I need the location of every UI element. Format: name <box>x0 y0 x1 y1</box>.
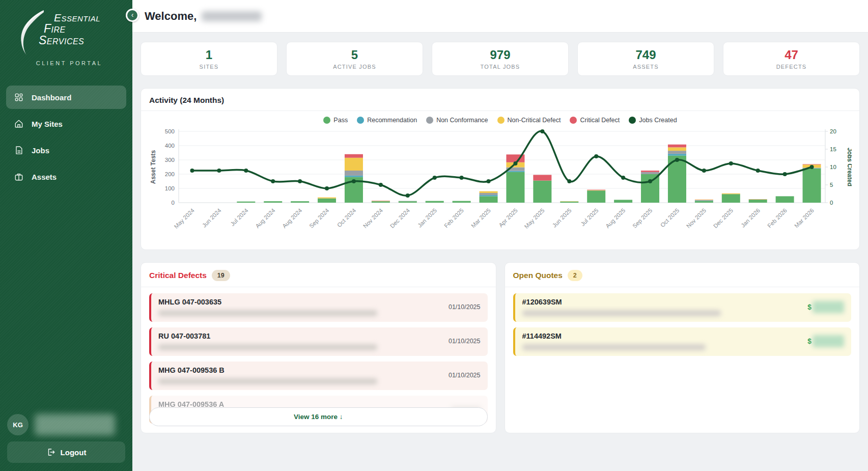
legend-label: Jobs Created <box>639 117 677 124</box>
legend-dot <box>497 117 505 124</box>
defect-subtitle-redacted <box>158 310 377 316</box>
stats-row: 1 SITES 5 ACTIVE JOBS 979 TOTAL JOBS 749… <box>141 42 860 76</box>
svg-text:200: 200 <box>165 171 175 177</box>
user-profile[interactable]: KG <box>7 414 125 435</box>
open-quotes-panel: Open Quotes 2 #120639SM $ <box>505 262 860 433</box>
document-icon <box>13 145 24 156</box>
legend-item-pass[interactable]: Pass <box>323 117 348 124</box>
sidebar-collapse-button[interactable]: ‹ <box>126 9 139 22</box>
svg-text:Feb 2025: Feb 2025 <box>443 207 465 229</box>
activity-chart-svg: 010020030040050005101520May 2024Jun 2024… <box>149 127 852 240</box>
stat-card-total-jobs: 979 TOTAL JOBS <box>432 42 569 76</box>
defect-date: 01/10/2025 <box>449 303 481 311</box>
defect-code: MHLG 047-003635 <box>158 298 377 306</box>
svg-text:Mar 2025: Mar 2025 <box>470 207 492 229</box>
legend-item-recommendation[interactable]: Recommendation <box>357 117 417 124</box>
defect-date: 01/10/2025 <box>449 372 481 379</box>
defect-item[interactable]: RU 047-003781 01/10/2025 <box>149 327 488 356</box>
critical-defects-title: Critical Defects <box>149 271 207 280</box>
divider <box>141 110 859 111</box>
defect-item[interactable]: MHLG 047-003635 01/10/2025 <box>149 293 488 322</box>
defect-item[interactable]: MHG 047-009536 B 01/10/2025 <box>149 362 488 390</box>
svg-text:Jul 2024: Jul 2024 <box>229 207 249 228</box>
svg-text:Dec 2025: Dec 2025 <box>712 207 734 229</box>
svg-text:Aug 2025: Aug 2025 <box>604 207 626 229</box>
quote-amount: $ <box>807 335 844 347</box>
svg-text:15: 15 <box>830 146 836 152</box>
main-area: Welcome, 1 SITES 5 ACTIVE JOBS 979 TOTAL… <box>132 0 868 471</box>
svg-text:5: 5 <box>830 182 833 188</box>
svg-text:300: 300 <box>165 157 175 163</box>
svg-text:Sep 2024: Sep 2024 <box>308 207 330 230</box>
defect-code: MHG 047-009536 B <box>158 366 377 374</box>
critical-defects-header: Critical Defects 19 <box>149 270 488 281</box>
legend-label: Pass <box>333 117 348 124</box>
legend-dot <box>426 117 433 124</box>
svg-text:400: 400 <box>165 143 175 149</box>
svg-text:Mar 2026: Mar 2026 <box>793 207 815 229</box>
svg-text:20: 20 <box>830 128 836 134</box>
app-root: Essential Fire Services CLIENT PORTAL Da… <box>0 0 868 471</box>
avatar: KG <box>7 414 29 435</box>
dashboard-grid-icon <box>13 92 24 103</box>
legend-dot <box>323 117 330 124</box>
critical-defects-count-badge: 19 <box>212 270 230 281</box>
svg-text:Jobs Created: Jobs Created <box>846 148 852 186</box>
sidebar-item-assets[interactable]: Assets <box>6 165 126 188</box>
legend-dot <box>357 117 364 124</box>
logout-button[interactable]: Logout <box>7 441 125 463</box>
defect-subtitle-redacted <box>158 378 377 384</box>
divider <box>505 287 860 287</box>
legend-item-non-conformance[interactable]: Non Conformance <box>426 117 488 124</box>
legend-dot <box>570 117 577 124</box>
stat-card-active-jobs: 5 ACTIVE JOBS <box>286 42 423 76</box>
svg-text:Feb 2026: Feb 2026 <box>766 207 788 229</box>
legend-item-non-critical-defect[interactable]: Non-Critical Defect <box>497 117 561 124</box>
stat-label: DEFECTS <box>776 64 807 70</box>
down-arrow-icon: ↓ <box>340 413 343 421</box>
svg-text:Apr 2025: Apr 2025 <box>497 207 518 228</box>
dollar-sign: $ <box>807 337 811 345</box>
svg-text:Jul 2025: Jul 2025 <box>579 207 599 227</box>
stat-label: ACTIVE JOBS <box>333 64 376 70</box>
defect-code: RU 047-003781 <box>158 332 377 340</box>
stat-value: 47 <box>785 48 798 62</box>
defect-date: 01/10/2025 <box>449 338 481 345</box>
sidebar-item-label: Dashboard <box>32 93 71 102</box>
sidebar-item-label: Assets <box>32 173 57 181</box>
dashboard-content: 1 SITES 5 ACTIVE JOBS 979 TOTAL JOBS 749… <box>132 33 868 471</box>
svg-text:0: 0 <box>830 200 833 206</box>
legend-item-jobs-created[interactable]: Jobs Created <box>629 117 677 124</box>
logo-line-3: Services <box>39 35 100 46</box>
activity-panel: Activity (24 Months) PassRecommendationN… <box>141 88 860 250</box>
view-more-button[interactable]: View 16 more ↓ <box>149 407 488 426</box>
logo-text: Essential Fire Services <box>39 12 100 46</box>
legend-label: Critical Defect <box>580 117 620 124</box>
defect-list: MHLG 047-003635 01/10/2025 RU 047-003781… <box>149 293 488 424</box>
logo-line-1: Essential <box>39 12 100 23</box>
svg-text:500: 500 <box>165 128 175 134</box>
stat-card-assets: 749 ASSETS <box>577 42 714 76</box>
sidebar-item-dashboard[interactable]: Dashboard <box>6 86 126 109</box>
legend-label: Non-Critical Defect <box>508 117 561 124</box>
dollar-sign: $ <box>807 303 811 311</box>
sidebar-item-my-sites[interactable]: My Sites <box>6 112 126 135</box>
stat-value: 749 <box>635 48 656 62</box>
svg-text:0: 0 <box>172 200 175 206</box>
home-icon <box>13 118 24 129</box>
quote-item[interactable]: #114492SM $ <box>513 327 852 356</box>
svg-text:Nov 2025: Nov 2025 <box>685 207 707 229</box>
activity-title: Activity (24 Months) <box>149 96 851 105</box>
svg-text:Oct 2025: Oct 2025 <box>659 207 680 228</box>
chart-legend: PassRecommendationNon ConformanceNon-Cri… <box>149 114 851 126</box>
stat-card-sites: 1 SITES <box>141 42 277 76</box>
quote-item[interactable]: #120639SM $ <box>513 293 852 322</box>
legend-item-critical-defect[interactable]: Critical Defect <box>570 117 620 124</box>
svg-text:Oct 2024: Oct 2024 <box>336 207 357 229</box>
sidebar-footer: KG Logout <box>0 408 132 471</box>
logout-icon <box>46 448 55 457</box>
sidebar-item-jobs[interactable]: Jobs <box>6 138 126 162</box>
svg-text:Dec 2024: Dec 2024 <box>389 207 411 230</box>
welcome-text: Welcome, <box>145 10 197 23</box>
quote-amount: $ <box>807 301 844 313</box>
